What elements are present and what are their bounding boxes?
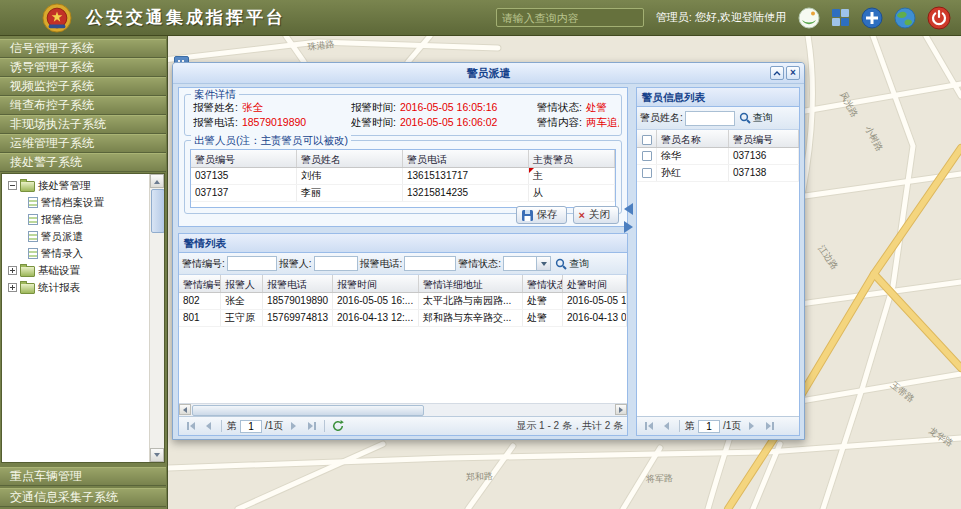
document-icon (28, 231, 38, 242)
expand-toggle-icon[interactable] (8, 283, 17, 292)
row-checkbox[interactable] (642, 151, 652, 161)
select-all-cell[interactable] (637, 130, 657, 147)
transfer-arrows (624, 203, 633, 233)
first-page-button[interactable] (641, 419, 656, 433)
earth-icon[interactable] (894, 7, 916, 29)
table-row[interactable]: 802 张全 18579019890 2016-05-05 16:... 太平北… (179, 293, 627, 310)
scrollbar-thumb[interactable] (151, 189, 165, 233)
panel-title: 警员信息列表 (637, 88, 799, 107)
column-header[interactable]: 警情详细地址 (419, 275, 523, 292)
field-value: 处警 (586, 101, 607, 113)
phone-input[interactable] (404, 256, 456, 271)
caller-input[interactable] (314, 256, 358, 271)
column-header[interactable]: 警员编号 (191, 150, 297, 167)
table-row[interactable]: 徐华 037136 (637, 148, 799, 165)
prev-page-button[interactable] (659, 419, 674, 433)
column-header[interactable]: 处警时间 (563, 275, 627, 292)
tree-node-label: 基础设置 (38, 264, 80, 278)
table-row[interactable]: 801 王守原 15769974813 2016-04-13 12:... 郑和… (179, 310, 627, 327)
grid-apps-icon[interactable] (831, 8, 850, 27)
table-row[interactable]: 孙红 037138 (637, 165, 799, 182)
next-page-button[interactable] (286, 419, 301, 433)
column-header[interactable]: 报警电话 (263, 275, 333, 292)
collapse-toggle-icon[interactable] (8, 181, 17, 190)
column-header[interactable]: 报警人 (221, 275, 263, 292)
move-right-arrow[interactable] (624, 221, 633, 233)
last-page-button[interactable] (304, 419, 319, 433)
sidebar-item-dispatch[interactable]: 接处警子系统 (0, 153, 166, 172)
alarm-list-panel: 警情列表 警情编号: 报警人: 报警电话: 警情状态: 查询 (178, 233, 628, 436)
column-header[interactable]: 警情编号 (179, 275, 221, 292)
tree-node-statistics[interactable]: 统计报表 (2, 279, 149, 296)
sidebar-item-video[interactable]: 视频监控子系统 (0, 77, 166, 96)
tree-node-alarm-entry[interactable]: 警情录入 (2, 245, 149, 262)
alarm-no-input[interactable] (227, 256, 277, 271)
alarm-search-button[interactable]: 查询 (553, 257, 591, 271)
add-plus-icon[interactable] (861, 7, 883, 29)
sidebar-item-guidance[interactable]: 诱导管理子系统 (0, 58, 166, 77)
dialog-buttons: 保存 × 关闭 (516, 206, 619, 224)
monitor-globe-icon[interactable] (798, 7, 820, 29)
tree-node-archive-settings[interactable]: 警情档案设置 (2, 194, 149, 211)
window-close-button[interactable]: × (786, 66, 800, 80)
field-label: 警情状态: (537, 101, 582, 113)
field-value: 两车追尾 (586, 116, 619, 128)
save-button[interactable]: 保存 (516, 206, 567, 224)
field-label: 报警姓名: (193, 101, 238, 113)
table-row[interactable]: 037135 刘伟 13615131717 主 (191, 168, 615, 185)
folder-icon (20, 283, 35, 294)
tree-scrollbar[interactable] (149, 174, 164, 462)
page-number-input[interactable] (698, 420, 720, 433)
dispatch-fieldset: 出警人员(注：主责警员可以被改) 警员编号 警员姓名 警员电话 主责警员 037… (184, 140, 622, 214)
chevron-down-icon[interactable] (537, 256, 551, 271)
sidebar-item-maintenance[interactable]: 运维管理子系统 (0, 134, 166, 153)
scrollbar-thumb[interactable] (192, 405, 424, 416)
tree-node-alarm-info[interactable]: 报警信息 (2, 211, 149, 228)
sidebar-item-offsite[interactable]: 非现场执法子系统 (0, 115, 166, 134)
first-page-button[interactable] (183, 419, 198, 433)
scroll-up-icon[interactable] (150, 174, 164, 188)
officer-search-button[interactable]: 查询 (737, 111, 775, 125)
column-header[interactable]: 警员姓名 (297, 150, 403, 167)
column-header[interactable]: 警员名称 (657, 130, 729, 147)
scroll-right-icon[interactable] (615, 404, 627, 415)
tree-node-label: 统计报表 (38, 281, 80, 295)
status-select[interactable] (503, 256, 551, 271)
select-all-checkbox[interactable] (642, 135, 652, 145)
column-header[interactable]: 警员电话 (403, 150, 529, 167)
column-header[interactable]: 警情状态 (523, 275, 563, 292)
sidebar-item-traffic-collection[interactable]: 交通信息采集子系统 (0, 488, 166, 507)
move-left-arrow[interactable] (624, 203, 633, 215)
sidebar-item-signal[interactable]: 信号管理子系统 (0, 39, 166, 58)
page-number-input[interactable] (240, 420, 262, 433)
tree-node-officer-dispatch[interactable]: 警员派遣 (2, 228, 149, 245)
window-titlebar[interactable]: 警员派遣 × (173, 63, 804, 84)
last-page-button[interactable] (762, 419, 777, 433)
horizontal-scrollbar[interactable] (179, 403, 627, 416)
row-checkbox[interactable] (642, 168, 652, 178)
road-label: 珠港路 (307, 39, 335, 52)
column-header[interactable]: 报警时间 (333, 275, 419, 292)
scroll-down-icon[interactable] (150, 448, 164, 462)
column-header[interactable]: 警员编号 (729, 130, 799, 147)
collapse-button[interactable] (770, 66, 784, 80)
status-combo-input[interactable] (503, 256, 537, 271)
alarm-pager: 第 /1页 显示 1 - 2 条，共计 2 条 (179, 416, 627, 435)
next-page-button[interactable] (744, 419, 759, 433)
expand-toggle-icon[interactable] (8, 266, 17, 275)
close-button[interactable]: × 关闭 (573, 206, 619, 224)
column-header[interactable]: 主责警员 (529, 150, 615, 167)
prev-page-button[interactable] (201, 419, 216, 433)
refresh-button[interactable] (330, 419, 345, 433)
sidebar-item-key-vehicles[interactable]: 重点车辆管理 (0, 467, 166, 486)
global-search-input[interactable] (496, 8, 644, 27)
case-detail-fieldset: 案件详情 报警姓名:张全 报警时间:2016-05-05 16:05:16 警情… (184, 94, 622, 136)
officer-pager: 第 /1页 (637, 416, 799, 435)
scroll-left-icon[interactable] (179, 404, 191, 415)
power-icon[interactable] (927, 6, 951, 30)
officer-name-input[interactable] (685, 111, 735, 126)
tree-node-root[interactable]: 接处警管理 (2, 177, 149, 194)
table-row[interactable]: 037137 李丽 13215814235 从 (191, 185, 615, 202)
sidebar-item-checkpoint[interactable]: 缉查布控子系统 (0, 96, 166, 115)
tree-node-basic-settings[interactable]: 基础设置 (2, 262, 149, 279)
